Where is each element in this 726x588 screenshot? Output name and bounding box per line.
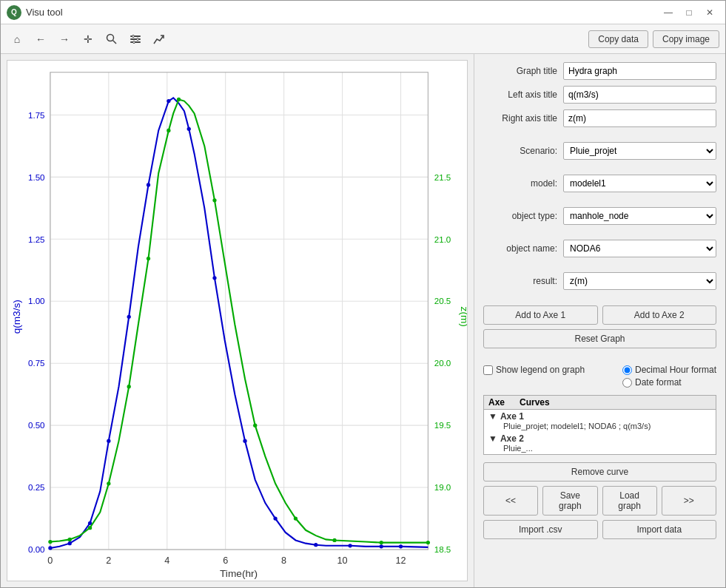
model-row: model: modelel1 [483,174,716,193]
remove-curve-button[interactable]: Remove curve [483,462,716,481]
load-graph-button[interactable]: Load graph [602,486,657,516]
svg-point-42 [88,526,92,530]
svg-text:2: 2 [106,555,111,566]
svg-point-26 [68,541,72,545]
zoom-button[interactable] [101,29,122,50]
svg-point-46 [167,129,170,132]
scenario-select[interactable]: Pluie_projet [563,142,716,160]
right-axis-label: Right axis title [483,113,557,124]
result-label: result: [483,276,557,286]
add-axe-row: Add to Axe 1 Add to Axe 2 [483,305,716,325]
svg-point-0 [107,34,114,41]
svg-text:Time(hr): Time(hr) [220,568,258,579]
options-row: Show legend on graph Decimal Hour format… [483,365,716,388]
axe2-group: ▼ Axe 2 Pluie_... [484,432,716,454]
decimal-hour-label[interactable]: Decimal Hour format [622,365,716,375]
left-axis-input[interactable] [563,86,716,104]
model-select[interactable]: modelel1 [563,175,716,192]
forward-button[interactable]: → [54,29,75,50]
svg-text:1.00: 1.00 [28,297,45,305]
minimize-button[interactable]: — [659,5,678,20]
svg-text:20.5: 20.5 [434,297,451,305]
svg-line-1 [113,40,117,44]
svg-text:6: 6 [223,555,228,566]
date-format-radio[interactable] [622,378,632,388]
svg-point-5 [132,35,135,37]
decimal-hour-radio[interactable] [622,365,632,375]
back-button[interactable]: ← [30,29,51,50]
copy-data-button[interactable]: Copy data [588,30,648,48]
svg-text:0.00: 0.00 [28,545,45,554]
settings-button[interactable] [125,29,146,50]
toolbar-right: Copy data Copy image [588,30,719,48]
left-axis-label: Left axis title [483,89,557,100]
svg-point-31 [167,99,170,103]
svg-point-29 [127,315,131,319]
show-legend-label[interactable]: Show legend on graph [483,365,585,375]
svg-text:0.50: 0.50 [28,421,45,430]
add-to-axe2-button[interactable]: Add to Axe 2 [602,305,717,325]
scenario-label: Scenario: [483,146,557,156]
maximize-button[interactable]: □ [679,5,699,20]
toolbar: ⌂ ← → ✛ Copy da [1,24,725,54]
graph-title-input[interactable] [563,62,716,80]
left-axis-row: Left axis title [483,85,716,104]
chart-button[interactable] [149,29,169,50]
svg-point-50 [294,516,298,520]
svg-point-25 [48,546,52,550]
prev-button[interactable]: << [483,486,538,516]
copy-image-button[interactable]: Copy image [653,30,719,48]
title-bar-controls: — □ ✕ [659,5,719,20]
curves-table: Axe Curves ▼ Axe 1 Pluie_projet; modelel… [483,395,716,455]
title-bar: Q Visu tool — □ ✕ [1,1,725,24]
svg-text:4: 4 [164,555,169,566]
svg-text:q(m3/s): q(m3/s) [11,300,22,334]
app-icon: Q [7,5,21,20]
svg-point-32 [187,127,191,131]
svg-point-37 [348,544,352,547]
scenario-row: Scenario: Pluie_projet [483,141,716,160]
object-type-select[interactable]: manhole_node [563,207,716,225]
svg-text:0.25: 0.25 [28,483,45,492]
svg-point-49 [253,424,257,428]
svg-text:0: 0 [47,555,53,566]
main-content: 0 2 4 6 8 10 12 Time(hr) 0.00 0.25 0.50 … [1,54,725,587]
svg-text:19.5: 19.5 [434,421,451,430]
window-title: Visu tool [26,7,63,18]
reset-graph-button[interactable]: Reset Graph [483,329,716,348]
import-data-button[interactable]: Import data [602,520,717,539]
svg-text:1.50: 1.50 [28,173,45,182]
svg-point-34 [243,439,246,443]
svg-rect-8 [7,61,467,581]
import-csv-button[interactable]: Import .csv [483,520,598,539]
svg-point-45 [147,257,150,260]
add-button[interactable]: ✛ [78,29,98,50]
home-button[interactable]: ⌂ [7,29,27,50]
axe2-curve-item: Pluie_... [488,444,711,453]
curves-header: Axe Curves [484,396,716,410]
model-label: model: [483,178,557,189]
chart-svg: 0 2 4 6 8 10 12 Time(hr) 0.00 0.25 0.50 … [7,61,467,581]
show-legend-checkbox[interactable] [483,365,493,375]
svg-point-35 [273,516,277,520]
add-to-axe1-button[interactable]: Add to Axe 1 [483,305,598,325]
svg-point-38 [380,544,383,548]
svg-text:1.25: 1.25 [28,235,45,244]
save-graph-button[interactable]: Save graph [542,486,597,516]
svg-text:0.75: 0.75 [28,359,45,368]
svg-point-44 [127,385,131,388]
chart-container[interactable]: 0 2 4 6 8 10 12 Time(hr) 0.00 0.25 0.50 … [7,60,468,581]
date-format-label[interactable]: Date format [622,377,716,388]
svg-point-41 [68,538,72,541]
close-button[interactable]: ✕ [700,5,719,20]
axe1-group: ▼ Axe 1 Pluie_projet; modelel1; NODA6 ; … [484,410,716,432]
svg-text:1.75: 1.75 [28,111,45,120]
nav-row: << Save graph Load graph >> [483,486,716,516]
svg-point-52 [380,541,383,544]
right-axis-input[interactable] [563,109,716,127]
title-bar-left: Q Visu tool [7,5,63,20]
svg-point-6 [137,38,139,40]
object-name-select[interactable]: NODA6 [563,240,716,257]
next-button[interactable]: >> [662,486,716,516]
result-select[interactable]: z(m) [563,272,716,290]
